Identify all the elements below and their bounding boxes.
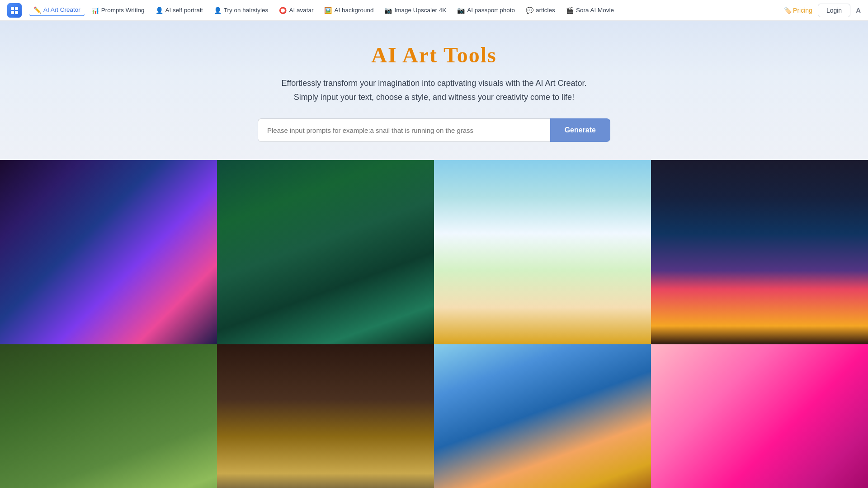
nav-ai-self-portrait[interactable]: 👤 AI self portrait	[151, 5, 208, 16]
logo-svg	[10, 6, 19, 15]
search-row: Generate	[258, 118, 610, 142]
gallery-image-2	[217, 160, 434, 344]
chart-icon: 📊	[91, 7, 99, 14]
gallery-item[interactable]	[217, 344, 434, 488]
passport-icon: 📷	[457, 7, 465, 14]
portrait-icon: 👤	[156, 7, 163, 14]
svg-rect-2	[11, 11, 14, 14]
gallery-item[interactable]	[434, 160, 651, 344]
language-icon[interactable]: A	[856, 6, 861, 14]
nav-ai-art-creator[interactable]: ✏️ AI Art Creator	[29, 5, 85, 16]
prompt-input[interactable]	[258, 118, 550, 142]
nav-ai-avatar[interactable]: ⭕ AI avatar	[274, 5, 318, 16]
gallery-item[interactable]	[434, 344, 651, 488]
gallery-image-6	[217, 344, 434, 488]
hero-subtitle: Effortlessly transform your imagination …	[9, 76, 859, 104]
gallery-image-7	[434, 344, 651, 488]
nav-prompts-writing[interactable]: 📊 Prompts Writing	[87, 5, 149, 16]
logo-icon	[7, 3, 22, 18]
gallery-item[interactable]	[651, 344, 868, 488]
gallery-item[interactable]	[217, 160, 434, 344]
articles-icon: 💬	[526, 7, 533, 14]
pricing-link[interactable]: 🏷️ Pricing	[784, 7, 812, 14]
gallery-image-1	[0, 160, 217, 344]
pencil-icon: ✏️	[33, 6, 41, 14]
nav-image-upscaler[interactable]: 📷 Image Upscaler 4K	[380, 5, 451, 16]
gallery-item[interactable]	[0, 160, 217, 344]
gallery	[0, 160, 868, 488]
avatar-icon: ⭕	[279, 7, 287, 14]
svg-rect-3	[15, 11, 18, 14]
svg-rect-1	[15, 7, 18, 10]
navbar-right: 🏷️ Pricing Login A	[784, 4, 861, 17]
logo[interactable]	[7, 3, 22, 18]
nav-ai-background[interactable]: 🖼️ AI background	[320, 5, 378, 16]
gallery-item[interactable]	[0, 344, 217, 488]
gallery-item[interactable]	[651, 160, 868, 344]
navbar: ✏️ AI Art Creator 📊 Prompts Writing 👤 AI…	[0, 0, 868, 21]
nav-sora-ai-movie[interactable]: 🎬 Sora AI Movie	[561, 5, 618, 16]
hero-title: AI Art Tools	[9, 42, 859, 67]
nav-ai-passport-photo[interactable]: 📷 AI passport photo	[453, 5, 519, 16]
gallery-image-5	[0, 344, 217, 488]
gallery-image-3	[434, 160, 651, 344]
background-icon: 🖼️	[324, 7, 332, 14]
nav-articles[interactable]: 💬 articles	[521, 5, 560, 16]
gallery-image-8	[651, 344, 868, 488]
generate-button[interactable]: Generate	[550, 118, 610, 142]
camera-icon: 📷	[384, 7, 392, 14]
gallery-image-4	[651, 160, 868, 344]
hairstyle-icon: 👤	[214, 7, 222, 14]
login-button[interactable]: Login	[818, 4, 850, 17]
movie-icon: 🎬	[566, 7, 574, 14]
svg-rect-0	[11, 7, 14, 10]
hero-section: AI Art Tools Effortlessly transform your…	[0, 21, 868, 160]
nav-try-on-hairstyles[interactable]: 👤 Try on hairstyles	[209, 5, 273, 16]
